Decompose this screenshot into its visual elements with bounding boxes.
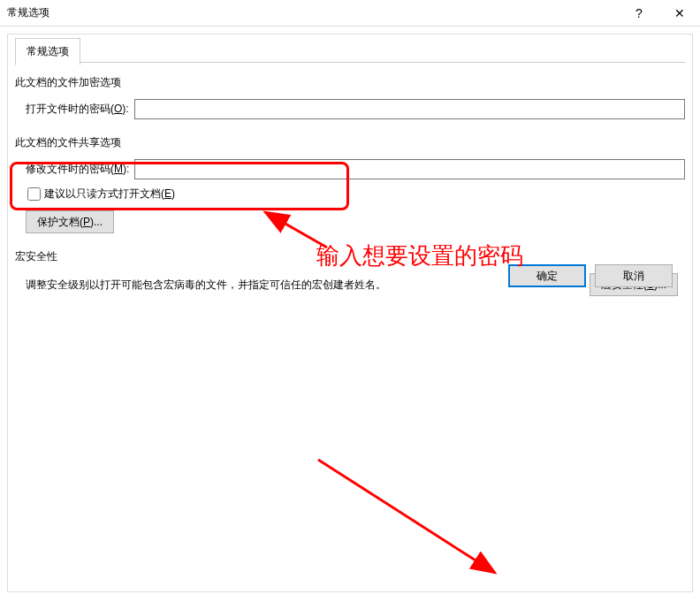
- modify-password-input[interactable]: [134, 159, 685, 179]
- window-title: 常规选项: [7, 5, 49, 20]
- tab-pane: 此文档的文件加密选项 打开文件时的密码(O): 此文档的文件共享选项 修改文件时…: [15, 62, 685, 296]
- readonly-checkbox[interactable]: [27, 187, 41, 201]
- modify-password-label: 修改文件时的密码(M):: [26, 162, 129, 177]
- tab-strip: 常规选项: [15, 38, 692, 63]
- cancel-button[interactable]: 取消: [595, 264, 673, 287]
- close-button[interactable]: ✕: [659, 0, 700, 27]
- encrypt-section-label: 此文档的文件加密选项: [15, 75, 685, 90]
- modify-password-row: 修改文件时的密码(M):: [15, 159, 685, 179]
- help-button[interactable]: ?: [619, 0, 659, 27]
- readonly-label: 建议以只读方式打开文档(E): [44, 187, 175, 202]
- protect-document-button[interactable]: 保护文档(P)...: [26, 210, 114, 233]
- macro-description: 调整安全级别以打开可能包含宏病毒的文件，并指定可信任的宏创建者姓名。: [26, 278, 590, 293]
- open-password-label: 打开文件时的密码(O):: [26, 102, 129, 117]
- dialog-body: 常规选项 此文档的文件加密选项 打开文件时的密码(O): 此文档的文件共享选项 …: [7, 34, 693, 592]
- titlebar: 常规选项 ? ✕: [0, 0, 700, 27]
- titlebar-controls: ? ✕: [619, 0, 700, 26]
- share-section-label: 此文档的文件共享选项: [15, 135, 685, 150]
- footer-buttons: 确定 取消: [508, 264, 673, 287]
- tab-general[interactable]: 常规选项: [15, 38, 80, 65]
- ok-button[interactable]: 确定: [508, 264, 586, 287]
- macro-section-label: 宏安全性: [15, 249, 685, 264]
- open-password-input[interactable]: [134, 99, 685, 119]
- open-password-row: 打开文件时的密码(O):: [15, 99, 685, 119]
- readonly-row: 建议以只读方式打开文档(E): [15, 187, 685, 202]
